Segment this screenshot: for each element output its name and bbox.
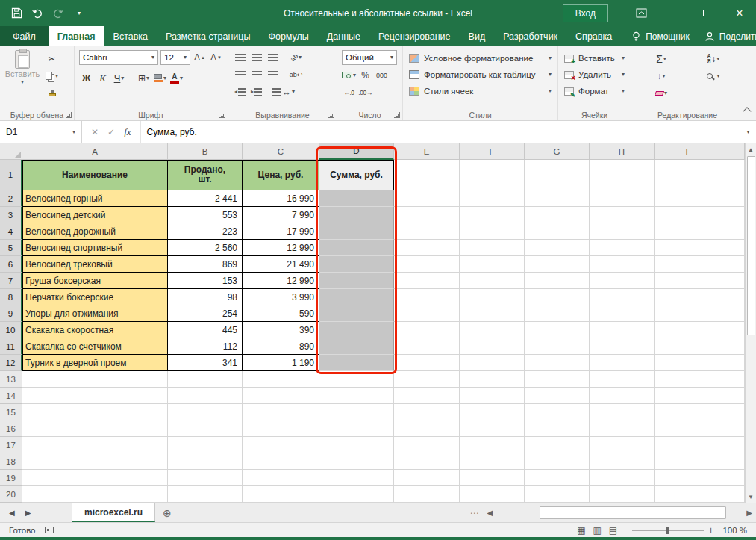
- cell-I11[interactable]: [655, 338, 719, 355]
- cell-E14[interactable]: [394, 388, 460, 404]
- sort-filter-button[interactable]: АЯ↓▾: [691, 52, 736, 66]
- formula-input[interactable]: Сумма, руб.: [141, 121, 740, 143]
- copy-icon[interactable]: ▾: [45, 69, 59, 83]
- insert-cells-button[interactable]: + Вставить ▾: [563, 50, 626, 66]
- cell-A15[interactable]: [22, 404, 168, 420]
- cell-C11[interactable]: 890: [243, 338, 319, 355]
- cell-B16[interactable]: [168, 420, 243, 437]
- add-sheet-icon[interactable]: ⊕: [155, 503, 179, 522]
- name-box-dropdown-icon[interactable]: ▾: [72, 129, 75, 135]
- cell-G17[interactable]: [525, 437, 590, 453]
- column-header-A[interactable]: A: [22, 143, 168, 160]
- tab-formulas[interactable]: Формулы: [259, 26, 317, 46]
- qat-customize-icon[interactable]: ▾: [70, 4, 88, 22]
- cell-E20[interactable]: [394, 486, 460, 503]
- align-left-icon[interactable]: [233, 67, 247, 81]
- vertical-scroll-thumb[interactable]: [747, 156, 755, 335]
- cell-B9[interactable]: 254: [168, 305, 243, 322]
- save-icon[interactable]: [7, 4, 25, 22]
- cell-E10[interactable]: [394, 322, 460, 338]
- bold-button[interactable]: Ж: [79, 71, 93, 85]
- cell-I15[interactable]: [655, 404, 719, 420]
- cell-D14[interactable]: [319, 388, 394, 404]
- cell-F19[interactable]: [460, 470, 525, 486]
- row-header-16[interactable]: 16: [0, 420, 22, 437]
- cell-H1[interactable]: [590, 160, 655, 190]
- cell-A3[interactable]: Велосипед детский: [22, 207, 168, 223]
- cell-C1[interactable]: Цена, руб.: [243, 160, 319, 190]
- cell-A2[interactable]: Велосипед горный: [22, 190, 168, 207]
- cell-B2[interactable]: 2 441: [168, 190, 243, 207]
- cell-C2[interactable]: 16 990: [243, 190, 319, 207]
- cell-D2[interactable]: [319, 190, 394, 207]
- formula-bar-expand-icon[interactable]: ▾: [740, 121, 756, 143]
- cut-icon[interactable]: ✂: [45, 52, 59, 66]
- cell-D18[interactable]: [319, 453, 394, 470]
- sheet-tab-active[interactable]: microexcel.ru: [72, 503, 155, 522]
- cell-C8[interactable]: 3 990: [243, 289, 319, 305]
- accounting-format-icon[interactable]: ▾: [342, 68, 356, 82]
- fill-button[interactable]: ↓▾: [639, 69, 684, 83]
- number-format-combo[interactable]: Общий▾: [342, 50, 397, 65]
- cell-D7[interactable]: [319, 273, 394, 289]
- cell-C16[interactable]: [243, 420, 319, 437]
- cell-H4[interactable]: [590, 223, 655, 240]
- cell-D15[interactable]: [319, 404, 394, 420]
- cell-B13[interactable]: [168, 371, 243, 388]
- cell-I9[interactable]: [655, 305, 719, 322]
- cell-F13[interactable]: [460, 371, 525, 388]
- cell-A1[interactable]: Наименование: [22, 160, 168, 190]
- row-header-18[interactable]: 18: [0, 453, 22, 470]
- row-header-19[interactable]: 19: [0, 470, 22, 486]
- cell-I6[interactable]: [655, 256, 719, 273]
- cell-I3[interactable]: [655, 207, 719, 223]
- column-header-D[interactable]: D: [319, 143, 394, 160]
- merge-center-icon[interactable]: ↔▾: [272, 84, 295, 99]
- cell-A4[interactable]: Велосипед дорожный: [22, 223, 168, 240]
- row-header-11[interactable]: 11: [0, 338, 22, 355]
- italic-button[interactable]: К: [96, 71, 110, 85]
- cell-I2[interactable]: [655, 190, 719, 207]
- row-header-1[interactable]: 1: [0, 160, 22, 190]
- cell-C6[interactable]: 21 490: [243, 256, 319, 273]
- cell-H12[interactable]: [590, 355, 655, 371]
- clipboard-dialog-launcher-icon[interactable]: [66, 112, 72, 118]
- align-right-icon[interactable]: [266, 67, 280, 81]
- cell-G3[interactable]: [525, 207, 590, 223]
- cell-E5[interactable]: [394, 240, 460, 256]
- cell-B19[interactable]: [168, 470, 243, 486]
- cell-C13[interactable]: [243, 371, 319, 388]
- increase-indent-icon[interactable]: ▸: [249, 84, 263, 99]
- cell-A16[interactable]: [22, 420, 168, 437]
- cell-E11[interactable]: [394, 338, 460, 355]
- column-header-E[interactable]: E: [394, 143, 460, 160]
- column-header-F[interactable]: F: [460, 143, 525, 160]
- cell-H10[interactable]: [590, 322, 655, 338]
- cell-B5[interactable]: 2 560: [168, 240, 243, 256]
- cell-B12[interactable]: 341: [168, 355, 243, 371]
- align-center-icon[interactable]: [249, 67, 263, 81]
- cell-D11[interactable]: [319, 338, 394, 355]
- cell-G14[interactable]: [525, 388, 590, 404]
- cell-B7[interactable]: 153: [168, 273, 243, 289]
- cell-G20[interactable]: [525, 486, 590, 503]
- cell-C18[interactable]: [243, 453, 319, 470]
- horizontal-scrollbar[interactable]: [496, 506, 743, 519]
- cell-D3[interactable]: [319, 207, 394, 223]
- cell-I14[interactable]: [655, 388, 719, 404]
- row-header-12[interactable]: 12: [0, 355, 22, 371]
- cell-C12[interactable]: 1 190: [243, 355, 319, 371]
- hscroll-right-icon[interactable]: ▶: [743, 503, 756, 522]
- cell-I7[interactable]: [655, 273, 719, 289]
- borders-icon[interactable]: ⊞▾: [137, 71, 151, 85]
- redo-icon[interactable]: [49, 4, 67, 22]
- row-header-17[interactable]: 17: [0, 437, 22, 453]
- conditional-formatting-button[interactable]: Условное форматирование ▾: [407, 50, 553, 66]
- cell-F6[interactable]: [460, 256, 525, 273]
- cell-G7[interactable]: [525, 273, 590, 289]
- cell-G15[interactable]: [525, 404, 590, 420]
- font-color-icon[interactable]: А▾: [169, 71, 184, 85]
- cell-I13[interactable]: [655, 371, 719, 388]
- cell-A19[interactable]: [22, 470, 168, 486]
- row-header-4[interactable]: 4: [0, 223, 22, 240]
